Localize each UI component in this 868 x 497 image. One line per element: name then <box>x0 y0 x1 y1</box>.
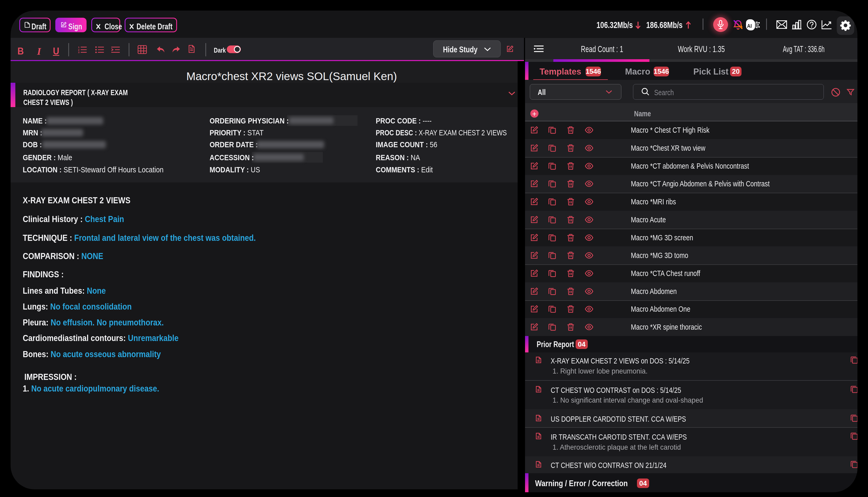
svg-text:1: 1 <box>78 46 79 49</box>
svg-text:2: 2 <box>78 49 79 51</box>
svg-text:3: 3 <box>78 51 79 54</box>
